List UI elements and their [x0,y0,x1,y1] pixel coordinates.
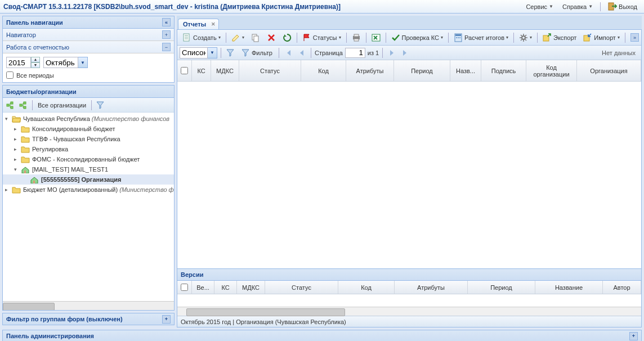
col-attrs[interactable]: Атрибуты [346,60,394,81]
tree-hscroll[interactable] [3,301,174,310]
page-next-button[interactable] [386,47,397,59]
col-name[interactable]: Назв... [450,60,481,81]
org-tree[interactable]: ▾Чувашская Республика (Министерство фина… [3,113,174,301]
import-icon [583,33,592,42]
view-dropdown-button[interactable]: ▼ [208,47,217,59]
vcol-status[interactable]: Статус [265,281,338,294]
expand-admin-button[interactable]: + [629,332,638,340]
export-icon [543,33,552,42]
nav-panel-header: Панель навигации « [3,16,174,29]
collapse-reports-work-button[interactable]: − [162,43,171,51]
gear-icon [519,33,528,42]
filter-reset-icon[interactable] [225,47,236,59]
print-button[interactable] [349,32,364,43]
check-ks-button[interactable]: Проверка КС▾ [388,32,446,43]
vcol-name[interactable]: Название [535,281,603,294]
edit-icon [231,33,240,42]
col-mdks[interactable]: МДКС [211,60,239,81]
nodata-label: Нет данных [602,50,639,56]
select-all-checkbox[interactable] [181,67,188,74]
export-button[interactable]: Экспорт [540,32,579,43]
vcol-ks[interactable]: КС [214,281,237,294]
calc-totals-button[interactable]: Расчет итогов▾ [451,32,511,43]
help-menu[interactable]: Справка▼ [559,2,596,11]
month-dropdown-button[interactable]: ▼ [78,57,88,68]
exit-button[interactable]: Выход [605,1,641,12]
tree-filter-icon[interactable] [95,100,106,111]
import-button[interactable]: Импорт▾ [580,32,622,43]
admin-panel-bar[interactable]: Панель администрирования + [2,330,642,341]
excel-icon [372,33,381,42]
month-combo[interactable]: ▼ [43,57,88,68]
page-last-button[interactable] [400,47,411,59]
tree-collapse-icon[interactable] [18,100,29,111]
expand-filter-button[interactable]: + [162,315,171,324]
col-orgcode[interactable]: Код организации [526,60,577,81]
all-periods-checkbox[interactable] [6,71,14,79]
vcol-author[interactable]: Автор [603,281,641,294]
tree-node-chuvash[interactable]: ▾Чувашская Республика (Министерство фина… [3,114,174,124]
copy-button[interactable] [248,32,263,43]
tree-node-konsolid[interactable]: ▸Консолидированный бюджет [3,124,174,134]
month-input[interactable] [43,57,78,68]
calc-icon [454,33,463,42]
budgets-header: Бюджеты/организации [3,86,174,98]
tab-reports[interactable]: Отчеты ✕ [178,19,219,29]
page-label: Страница [315,50,343,56]
excel-button[interactable] [369,32,383,43]
expand-navigator-button[interactable]: + [162,30,171,39]
exit-icon [608,2,617,11]
versions-grid-header: Ве... КС МДКС Статус Код Атрибуты Период… [177,281,641,294]
page-prev-button[interactable] [296,47,307,59]
status-bar: Октябрь 2015 год | Организация (Чувашска… [177,316,641,327]
create-button[interactable]: Создать▾ [180,32,223,43]
col-code[interactable]: Код [301,60,346,81]
all-orgs-button[interactable]: Все организации [35,102,88,109]
year-spinner[interactable]: ▲▼ [6,57,40,68]
col-org[interactable]: Организация [577,60,641,81]
year-down[interactable]: ▼ [31,62,40,68]
view-input[interactable] [180,47,208,59]
vcol-mdks[interactable]: МДКС [237,281,265,294]
reports-work-header[interactable]: Работа с отчетностью − [3,41,174,53]
versions-hscroll[interactable] [177,307,641,316]
versions-select-all[interactable] [181,284,188,291]
tree-node-reg[interactable]: ▸Регулировка [3,144,174,154]
tree-node-mailtest[interactable]: ▾[MAIL_TEST] MAIL_TEST1 [3,164,174,174]
page-number-input[interactable] [345,48,365,58]
refresh-button[interactable] [280,32,294,43]
main-grid-body [177,82,641,268]
vcol-code[interactable]: Код [338,281,395,294]
gear-button[interactable]: ▾ [516,32,535,43]
tree-node-org-5555[interactable]: [5555555555] Организация [3,174,174,185]
view-combo[interactable]: ▼ [180,47,217,59]
funnel-icon [241,48,250,57]
col-status[interactable]: Статус [239,60,301,81]
page-first-button[interactable] [283,47,294,59]
tree-node-budget-mo[interactable]: ▸Бюджет МО (детализированный) (Министерс… [3,185,174,195]
col-sign[interactable]: Подпись [481,60,526,81]
filter-forms-bar[interactable]: Фильтр по группам форм (выключен) + [2,313,175,325]
col-period[interactable]: Период [394,60,450,81]
service-menu[interactable]: Сервис▼ [522,2,557,11]
vcol-ver[interactable]: Ве... [192,281,214,294]
tree-node-foms[interactable]: ▸ФОМС - Консолидированный бюджет [3,154,174,164]
tree-expand-icon[interactable] [5,100,16,111]
col-ks[interactable]: КС [192,60,211,81]
vcol-period[interactable]: Период [468,281,535,294]
tree-node-tgvf[interactable]: ▸ТГВФ - Чувашская Республика [3,134,174,144]
vcol-attrs[interactable]: Атрибуты [395,281,468,294]
versions-grid-body [177,294,641,307]
navigator-header[interactable]: Навигатор + [3,29,174,41]
year-up[interactable]: ▲ [31,57,40,62]
doc-icon [182,33,191,42]
toolbar-more-button[interactable]: » [630,33,639,42]
collapse-nav-button[interactable]: « [162,18,171,26]
statuses-button[interactable]: Статусы▾ [299,32,344,43]
edit-button[interactable]: ▾ [229,32,247,43]
check-icon [391,33,400,42]
filter-button[interactable]: Фильтр [238,47,275,59]
year-input[interactable] [6,57,31,68]
close-tab-icon[interactable]: ✕ [211,21,216,27]
delete-button[interactable] [264,32,279,43]
